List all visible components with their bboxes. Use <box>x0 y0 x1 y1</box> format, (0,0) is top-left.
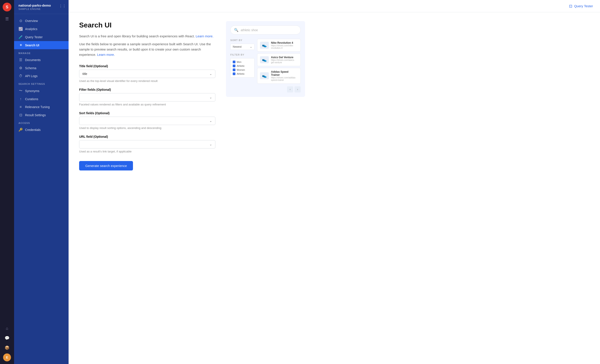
filter-fields-group: Filter fields (Optional) ⌄ Faceted value… <box>79 88 216 106</box>
sidebar-item-label: Result Settings <box>25 113 46 117</box>
result-card-1: 👟 Asics Gel Venture https://shoes.com/as… <box>257 53 301 66</box>
result-card-0: 👟 Nike Revolution 4 https://shoes.com/ni… <box>257 39 301 52</box>
result-url-2: https://shoes.com/adidas-speed-trainer <box>271 76 298 81</box>
filter-checkbox-men <box>233 61 235 63</box>
hamburger-menu-icon[interactable]: ☰ <box>3 15 11 23</box>
title-field-hint: Used as the top-level visual identifier … <box>79 79 216 82</box>
filter-checkbox-women <box>233 69 235 71</box>
filter-fields-label: Filter fields (Optional) <box>79 88 216 91</box>
sidebar-item-documents[interactable]: ☰ Documents <box>14 56 69 64</box>
sidebar-item-label: Analytics <box>25 27 37 31</box>
result-thumb-2: 👟 <box>260 72 269 79</box>
filter-fields-chevron-icon: ⌄ <box>209 96 212 99</box>
package-icon[interactable]: 📦 <box>3 344 11 352</box>
app-name: national-parks-demo <box>19 3 64 7</box>
relevance-tuning-icon: ≡ <box>19 105 23 109</box>
documents-icon: ☰ <box>19 58 23 62</box>
right-panel: 🔍 athletic shoe SORT BY Newest ⌄ FILTER … <box>226 21 305 355</box>
filter-item: Women <box>233 69 252 71</box>
learn-more-1-link[interactable]: Learn more. <box>196 34 213 38</box>
url-field-select[interactable]: ⌄ <box>79 140 216 148</box>
url-field-label: URL field (Optional) <box>79 135 216 138</box>
sidebar-item-label: Query Tester <box>25 35 43 39</box>
sidebar-item-search-ui[interactable]: ✦ Search UI <box>14 41 69 49</box>
main-area: ⊡ Query Tester Search UI Search UI is a … <box>69 0 600 364</box>
result-thumb-1: 👟 <box>260 56 269 63</box>
title-field-chevron-icon: ⌄ <box>209 72 212 76</box>
sort-fields-chevron-icon: ⌄ <box>209 119 212 123</box>
url-field-group: URL field (Optional) ⌄ Used as a result'… <box>79 135 216 153</box>
filter-label-men: Men <box>237 61 241 63</box>
sort-by-label: SORT BY <box>230 39 254 42</box>
sidebar-item-label: Curations <box>25 97 38 101</box>
curations-icon: ↑ <box>19 97 23 101</box>
sidebar-nav: ⊙ Overview 📈 Analytics 🧪 Query Tester ✦ … <box>14 14 69 136</box>
filter-label-women: Women <box>237 69 245 71</box>
title-field-select[interactable]: title ⌄ <box>79 70 216 78</box>
engine-label: SAMPLE ENGINE <box>19 8 64 10</box>
sidebar-item-label: API Logs <box>25 74 38 78</box>
grid-icon[interactable]: ⋮⋮ <box>59 4 66 8</box>
filter-fields-hint: Faceted values rendered as filters and a… <box>79 103 216 106</box>
title-field-group: Title field (Optional) title ⌄ Used as t… <box>79 64 216 82</box>
home-icon[interactable]: ⌂ <box>3 324 11 332</box>
sort-by-select[interactable]: Newest ⌄ <box>230 44 254 50</box>
preview-search-icon: 🔍 <box>234 28 238 32</box>
description-1: Search UI is a free and open library for… <box>79 34 216 39</box>
query-tester-icon: 🧪 <box>19 35 23 39</box>
sidebar-item-label: Relevance Tuning <box>25 105 50 109</box>
result-settings-icon: ⊡ <box>19 113 23 117</box>
logo-letter: S <box>6 5 8 9</box>
search-ui-icon: ✦ <box>19 43 23 47</box>
sidebar-item-curations[interactable]: ↑ Curations <box>14 95 69 103</box>
left-panel: Search UI Search UI is a free and open l… <box>79 21 216 355</box>
prev-page-button[interactable]: ‹ <box>287 86 293 92</box>
url-field-hint: Used as a result's link target, if appli… <box>79 150 216 153</box>
sidebar-item-schema[interactable]: ⚙ Schema <box>14 64 69 72</box>
result-name-0: Nike Revolution 4 <box>271 41 298 44</box>
schema-icon: ⚙ <box>19 66 23 70</box>
preview-results: 👟 Nike Revolution 4 https://shoes.com/ni… <box>257 39 301 92</box>
sidebar-item-query-tester[interactable]: 🧪 Query Tester <box>14 33 69 41</box>
sidebar: national-parks-demo SAMPLE ENGINE ⋮⋮ ⊙ O… <box>14 0 69 364</box>
sidebar-item-credentials[interactable]: 🔑 Credentials <box>14 126 69 134</box>
description-2: Use the fields below to generate a sampl… <box>79 42 216 57</box>
synonyms-icon: 〜 <box>19 89 23 93</box>
sidebar-item-relevance-tuning[interactable]: ≡ Relevance Tuning <box>14 103 69 111</box>
sidebar-item-overview[interactable]: ⊙ Overview <box>14 17 69 25</box>
chat-icon[interactable]: 💬 <box>3 334 11 342</box>
sort-fields-select[interactable]: ⌄ <box>79 117 216 125</box>
result-name-1: Asics Gel Venture <box>271 56 298 59</box>
query-tester-nav-label: Query Tester <box>574 4 593 8</box>
sidebar-item-synonyms[interactable]: 〜 Synonyms <box>14 87 69 95</box>
learn-more-2-link[interactable]: Learn more. <box>97 53 115 56</box>
filter-label-athletic-2: Athletic <box>237 73 245 75</box>
preview-container: 🔍 athletic shoe SORT BY Newest ⌄ FILTER … <box>226 21 305 97</box>
result-name-2: Adidas Speed Trainer <box>271 70 298 76</box>
sort-fields-label: Sort fields (Optional) <box>79 111 216 115</box>
credentials-icon: 🔑 <box>19 128 23 132</box>
sidebar-item-label: Documents <box>25 58 41 62</box>
sidebar-item-label: Overview <box>25 19 38 23</box>
topbar: ⊡ Query Tester <box>69 0 600 12</box>
url-field-chevron-icon: ⌄ <box>209 143 212 146</box>
generate-button[interactable]: Generate search experience <box>79 161 133 171</box>
sidebar-item-label: Search UI <box>25 44 39 47</box>
sort-by-value: Newest <box>233 45 242 48</box>
filter-checkbox-athletic-2 <box>233 73 235 75</box>
next-page-button[interactable]: › <box>294 86 301 92</box>
result-info-1: Asics Gel Venture https://shoes.com/asic… <box>271 56 298 64</box>
filter-label-athletic-1: Athletic <box>237 64 245 67</box>
user-avatar[interactable]: E <box>3 354 11 361</box>
analytics-icon: 📈 <box>19 27 23 31</box>
filter-fields-select[interactable]: ⌄ <box>79 93 216 101</box>
filter-item: Athletic <box>233 64 252 67</box>
sidebar-item-analytics[interactable]: 📈 Analytics <box>14 25 69 33</box>
query-tester-link[interactable]: ⊡ Query Tester <box>569 4 593 9</box>
sidebar-item-api-logs[interactable]: ⏱ API Logs <box>14 72 69 80</box>
app-logo[interactable]: S <box>3 3 11 11</box>
preview-search-placeholder: athletic shoe <box>241 28 258 32</box>
result-thumb-0: 👟 <box>260 42 269 49</box>
sidebar-item-result-settings[interactable]: ⊡ Result Settings <box>14 111 69 119</box>
filter-by-label: FILTER BY <box>230 53 254 56</box>
